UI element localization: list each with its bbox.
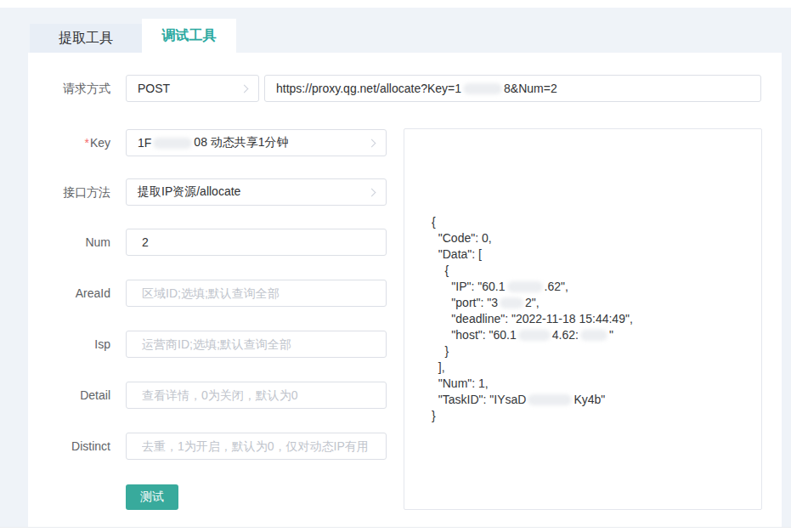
response-panel: { "Code": 0, "Data": [ { "IP": "60.1.62"… [404, 128, 762, 510]
chevron-right-icon [240, 85, 249, 93]
key-select[interactable]: 1F08 动态共享1分钟 [126, 129, 387, 156]
required-asterisk: * [84, 136, 88, 150]
url-input[interactable]: https://proxy.qg.net/allocate?Key=18&Num… [264, 75, 761, 102]
distinct-input[interactable] [126, 433, 387, 460]
tab-extract-tool[interactable]: 提取工具 [30, 24, 142, 53]
tab-extract-label: 提取工具 [59, 30, 113, 48]
api-method-select[interactable]: 提取IP资源/allocate [126, 178, 387, 206]
isp-input[interactable] [126, 331, 387, 358]
chevron-right-icon [368, 139, 376, 148]
response-json: { "Code": 0, "Data": [ { "IP": "60.1.62"… [432, 214, 761, 424]
key-value-prefix: 1F [138, 136, 151, 150]
chevron-right-icon [368, 189, 376, 197]
redacted-key-fragment [463, 83, 502, 94]
distinct-label: Distinct [28, 433, 110, 460]
redacted-fragment [507, 281, 543, 292]
areaid-label: AreaId [28, 280, 110, 307]
page-bottom-strip [0, 527, 791, 532]
method-label: 请求方式 [28, 75, 110, 102]
redacted-fragment [580, 330, 607, 341]
tab-debug-tool[interactable]: 调试工具 [142, 19, 236, 53]
areaid-input[interactable] [126, 280, 387, 307]
detail-input[interactable] [126, 382, 387, 409]
debug-tool-panel: 请求方式 POST https://proxy.qg.net/allocate?… [28, 53, 782, 527]
key-label: *Key [28, 129, 110, 156]
url-suffix: 8&Num=2 [504, 82, 557, 95]
redacted-key-id [153, 138, 192, 149]
page-top-strip [0, 0, 791, 8]
method-value: POST [138, 82, 170, 95]
detail-label: Detail [28, 382, 110, 409]
test-button[interactable]: 测试 [126, 484, 178, 510]
api-method-label: 接口方法 [28, 178, 110, 206]
key-value-suffix: 08 动态共享1分钟 [194, 135, 288, 150]
tab-debug-label: 调试工具 [162, 27, 217, 45]
redacted-fragment [518, 330, 551, 341]
method-select[interactable]: POST [126, 75, 259, 102]
redacted-fragment [500, 297, 523, 308]
redacted-fragment [528, 394, 572, 405]
api-method-value: 提取IP资源/allocate [138, 184, 240, 200]
num-label: Num [28, 229, 110, 256]
num-input[interactable] [126, 229, 387, 256]
isp-label: Isp [28, 331, 110, 358]
url-prefix: https://proxy.qg.net/allocate?Key=1 [276, 82, 461, 95]
